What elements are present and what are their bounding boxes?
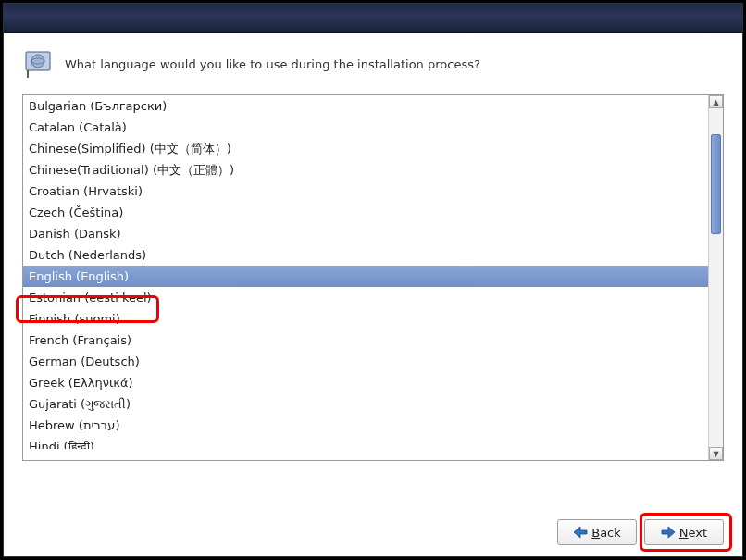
list-item[interactable]: Hindi (हिन्दी) bbox=[23, 436, 708, 449]
list-item[interactable]: Chinese(Simplified) (中文（简体）) bbox=[23, 138, 708, 159]
list-item[interactable]: Croatian (Hrvatski) bbox=[23, 180, 708, 202]
svg-rect-3 bbox=[27, 70, 29, 78]
list-item[interactable]: Czech (Čeština) bbox=[23, 202, 708, 223]
list-item[interactable]: Bulgarian (Български) bbox=[23, 95, 708, 117]
scroll-down-button[interactable]: ▼ bbox=[709, 447, 723, 460]
list-item[interactable]: Chinese(Traditional) (中文（正體）) bbox=[23, 159, 708, 180]
list-item[interactable]: German (Deutsch) bbox=[23, 351, 708, 372]
wizard-buttons: Back Next bbox=[557, 519, 724, 545]
arrow-right-icon bbox=[661, 526, 676, 539]
vertical-scrollbar[interactable]: ▲ ▼ bbox=[708, 95, 723, 460]
prompt-text: What language would you like to use duri… bbox=[65, 56, 480, 73]
title-bar bbox=[4, 4, 742, 33]
list-item[interactable]: Dutch (Nederlands) bbox=[23, 244, 708, 266]
language-list-viewport: Bulgarian (Български)Catalan (Català)Chi… bbox=[23, 95, 708, 460]
back-button[interactable]: Back bbox=[557, 519, 637, 545]
installer-window: What language would you like to use duri… bbox=[3, 3, 743, 557]
list-item[interactable]: Estonian (eesti keel) bbox=[23, 287, 708, 308]
svg-point-1 bbox=[31, 55, 44, 68]
list-item[interactable]: Gujarati (ગુજરાતી) bbox=[23, 393, 708, 415]
back-label: Back bbox=[591, 526, 621, 540]
language-list: Bulgarian (Български)Catalan (Català)Chi… bbox=[22, 94, 724, 461]
list-item[interactable]: English (English) bbox=[23, 266, 708, 287]
next-button[interactable]: Next bbox=[644, 519, 724, 545]
prompt-area: What language would you like to use duri… bbox=[4, 33, 742, 91]
flag-icon bbox=[24, 50, 54, 80]
scroll-thumb[interactable] bbox=[711, 134, 721, 234]
list-item[interactable]: Catalan (Català) bbox=[23, 117, 708, 138]
scroll-up-button[interactable]: ▲ bbox=[709, 95, 723, 108]
next-label: Next bbox=[679, 526, 707, 540]
list-item[interactable]: French (Français) bbox=[23, 330, 708, 351]
list-item[interactable]: Hebrew (עברית) bbox=[23, 415, 708, 436]
list-item[interactable]: Danish (Dansk) bbox=[23, 223, 708, 244]
arrow-left-icon bbox=[573, 526, 588, 539]
list-item[interactable]: Greek (Ελληνικά) bbox=[23, 372, 708, 393]
list-item[interactable]: Finnish (suomi) bbox=[23, 308, 708, 330]
